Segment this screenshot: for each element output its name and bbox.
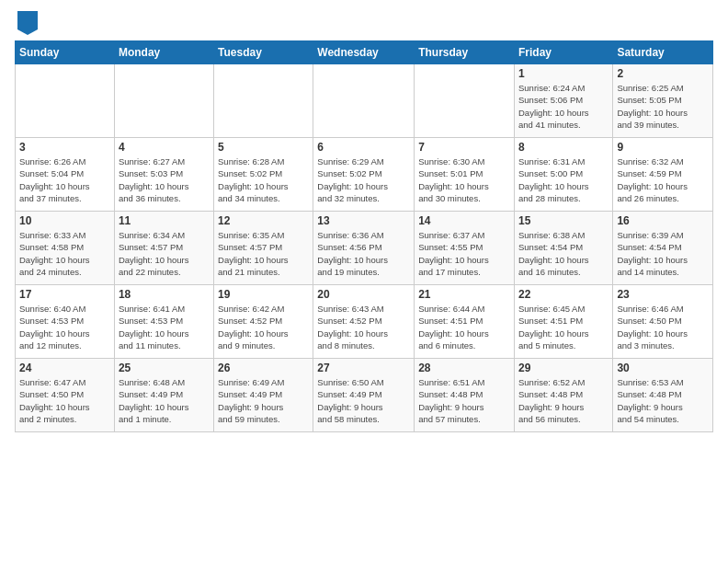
day-number: 24: [19, 362, 110, 374]
day-info: Sunrise: 6:51 AM Sunset: 4:48 PM Dayligh…: [418, 376, 510, 425]
calendar-day-1: 1Sunrise: 6:24 AM Sunset: 5:06 PM Daylig…: [514, 64, 612, 138]
calendar-day-26: 26Sunrise: 6:49 AM Sunset: 4:49 PM Dayli…: [214, 359, 313, 432]
calendar-day-9: 9Sunrise: 6:32 AM Sunset: 4:59 PM Daylig…: [613, 138, 713, 212]
day-number: 23: [617, 288, 709, 301]
day-info: Sunrise: 6:31 AM Sunset: 5:00 PM Dayligh…: [518, 155, 609, 204]
day-number: 21: [418, 288, 510, 301]
day-info: Sunrise: 6:52 AM Sunset: 4:48 PM Dayligh…: [518, 376, 609, 425]
day-number: 5: [218, 141, 309, 154]
day-number: 2: [617, 67, 709, 80]
day-info: Sunrise: 6:28 AM Sunset: 5:02 PM Dayligh…: [218, 155, 309, 204]
day-number: 6: [317, 141, 410, 154]
calendar-day-12: 12Sunrise: 6:35 AM Sunset: 4:57 PM Dayli…: [214, 212, 313, 285]
day-number: 11: [119, 214, 210, 227]
day-info: Sunrise: 6:49 AM Sunset: 4:49 PM Dayligh…: [218, 376, 309, 425]
calendar-header-row: SundayMondayTuesdayWednesdayThursdayFrid…: [16, 41, 713, 64]
day-number: 8: [518, 141, 609, 154]
day-info: Sunrise: 6:30 AM Sunset: 5:01 PM Dayligh…: [418, 155, 510, 204]
calendar-day-8: 8Sunrise: 6:31 AM Sunset: 5:00 PM Daylig…: [514, 138, 612, 212]
calendar-empty-cell: [16, 64, 115, 138]
day-number: 16: [617, 214, 709, 227]
calendar-week-row: 1Sunrise: 6:24 AM Sunset: 5:06 PM Daylig…: [16, 64, 713, 138]
calendar-week-row: 10Sunrise: 6:33 AM Sunset: 4:58 PM Dayli…: [16, 212, 713, 285]
weekday-header-wednesday: Wednesday: [313, 41, 415, 64]
day-info: Sunrise: 6:39 AM Sunset: 4:54 PM Dayligh…: [617, 229, 709, 278]
day-info: Sunrise: 6:37 AM Sunset: 4:55 PM Dayligh…: [418, 229, 510, 278]
calendar-day-27: 27Sunrise: 6:50 AM Sunset: 4:49 PM Dayli…: [313, 359, 415, 432]
day-number: 28: [418, 362, 510, 374]
day-number: 25: [119, 362, 210, 374]
logo: [15, 11, 38, 35]
day-info: Sunrise: 6:42 AM Sunset: 4:52 PM Dayligh…: [218, 303, 309, 351]
day-info: Sunrise: 6:38 AM Sunset: 4:54 PM Dayligh…: [518, 229, 609, 278]
calendar-day-7: 7Sunrise: 6:30 AM Sunset: 5:01 PM Daylig…: [415, 138, 515, 212]
calendar-day-14: 14Sunrise: 6:37 AM Sunset: 4:55 PM Dayli…: [415, 212, 515, 285]
day-number: 1: [518, 67, 609, 80]
weekday-header-thursday: Thursday: [415, 41, 515, 64]
calendar-day-21: 21Sunrise: 6:44 AM Sunset: 4:51 PM Dayli…: [415, 285, 515, 359]
day-number: 18: [119, 288, 210, 301]
day-number: 27: [317, 362, 410, 374]
weekday-header-sunday: Sunday: [16, 41, 115, 64]
day-info: Sunrise: 6:26 AM Sunset: 5:04 PM Dayligh…: [19, 155, 110, 204]
calendar-day-20: 20Sunrise: 6:43 AM Sunset: 4:52 PM Dayli…: [313, 285, 415, 359]
day-info: Sunrise: 6:53 AM Sunset: 4:48 PM Dayligh…: [617, 376, 709, 425]
calendar-day-17: 17Sunrise: 6:40 AM Sunset: 4:53 PM Dayli…: [16, 285, 115, 359]
day-info: Sunrise: 6:48 AM Sunset: 4:49 PM Dayligh…: [119, 376, 210, 425]
day-info: Sunrise: 6:35 AM Sunset: 4:57 PM Dayligh…: [218, 229, 309, 278]
day-info: Sunrise: 6:43 AM Sunset: 4:52 PM Dayligh…: [317, 303, 410, 351]
calendar-empty-cell: [114, 64, 213, 138]
calendar-day-23: 23Sunrise: 6:46 AM Sunset: 4:50 PM Dayli…: [613, 285, 713, 359]
calendar-day-29: 29Sunrise: 6:52 AM Sunset: 4:48 PM Dayli…: [514, 359, 612, 432]
day-number: 10: [19, 214, 110, 227]
day-info: Sunrise: 6:33 AM Sunset: 4:58 PM Dayligh…: [19, 229, 110, 278]
calendar-day-3: 3Sunrise: 6:26 AM Sunset: 5:04 PM Daylig…: [16, 138, 115, 212]
calendar-day-24: 24Sunrise: 6:47 AM Sunset: 4:50 PM Dayli…: [16, 359, 115, 432]
page-container: SundayMondayTuesdayWednesdayThursdayFrid…: [0, 0, 728, 443]
day-number: 17: [19, 288, 110, 301]
calendar-day-25: 25Sunrise: 6:48 AM Sunset: 4:49 PM Dayli…: [114, 359, 213, 432]
day-number: 19: [218, 288, 309, 301]
day-info: Sunrise: 6:46 AM Sunset: 4:50 PM Dayligh…: [617, 303, 709, 351]
day-number: 3: [19, 141, 110, 154]
day-info: Sunrise: 6:45 AM Sunset: 4:51 PM Dayligh…: [518, 303, 609, 351]
calendar-day-30: 30Sunrise: 6:53 AM Sunset: 4:48 PM Dayli…: [613, 359, 713, 432]
day-info: Sunrise: 6:25 AM Sunset: 5:05 PM Dayligh…: [617, 82, 709, 131]
svg-marker-0: [17, 11, 38, 35]
day-info: Sunrise: 6:34 AM Sunset: 4:57 PM Dayligh…: [119, 229, 210, 278]
calendar-day-2: 2Sunrise: 6:25 AM Sunset: 5:05 PM Daylig…: [613, 64, 713, 138]
day-number: 9: [617, 141, 709, 154]
weekday-header-monday: Monday: [114, 41, 213, 64]
calendar-day-19: 19Sunrise: 6:42 AM Sunset: 4:52 PM Dayli…: [214, 285, 313, 359]
calendar-week-row: 17Sunrise: 6:40 AM Sunset: 4:53 PM Dayli…: [16, 285, 713, 359]
calendar-empty-cell: [214, 64, 313, 138]
day-number: 30: [617, 362, 709, 374]
calendar-day-16: 16Sunrise: 6:39 AM Sunset: 4:54 PM Dayli…: [613, 212, 713, 285]
day-info: Sunrise: 6:27 AM Sunset: 5:03 PM Dayligh…: [119, 155, 210, 204]
day-info: Sunrise: 6:41 AM Sunset: 4:53 PM Dayligh…: [119, 303, 210, 351]
header: [15, 11, 713, 35]
day-number: 13: [317, 214, 410, 227]
day-info: Sunrise: 6:29 AM Sunset: 5:02 PM Dayligh…: [317, 155, 410, 204]
logo-icon: [17, 11, 38, 35]
calendar-day-18: 18Sunrise: 6:41 AM Sunset: 4:53 PM Dayli…: [114, 285, 213, 359]
day-info: Sunrise: 6:36 AM Sunset: 4:56 PM Dayligh…: [317, 229, 410, 278]
day-info: Sunrise: 6:44 AM Sunset: 4:51 PM Dayligh…: [418, 303, 510, 351]
day-number: 22: [518, 288, 609, 301]
day-info: Sunrise: 6:47 AM Sunset: 4:50 PM Dayligh…: [19, 376, 110, 425]
calendar-day-13: 13Sunrise: 6:36 AM Sunset: 4:56 PM Dayli…: [313, 212, 415, 285]
day-number: 26: [218, 362, 309, 374]
calendar-day-15: 15Sunrise: 6:38 AM Sunset: 4:54 PM Dayli…: [514, 212, 612, 285]
day-number: 20: [317, 288, 410, 301]
calendar-table: SundayMondayTuesdayWednesdayThursdayFrid…: [15, 40, 713, 432]
day-info: Sunrise: 6:50 AM Sunset: 4:49 PM Dayligh…: [317, 376, 410, 425]
calendar-day-6: 6Sunrise: 6:29 AM Sunset: 5:02 PM Daylig…: [313, 138, 415, 212]
day-info: Sunrise: 6:40 AM Sunset: 4:53 PM Dayligh…: [19, 303, 110, 351]
calendar-week-row: 24Sunrise: 6:47 AM Sunset: 4:50 PM Dayli…: [16, 359, 713, 432]
calendar-day-11: 11Sunrise: 6:34 AM Sunset: 4:57 PM Dayli…: [114, 212, 213, 285]
day-number: 29: [518, 362, 609, 374]
weekday-header-friday: Friday: [514, 41, 612, 64]
calendar-day-10: 10Sunrise: 6:33 AM Sunset: 4:58 PM Dayli…: [16, 212, 115, 285]
day-number: 15: [518, 214, 609, 227]
weekday-header-saturday: Saturday: [613, 41, 713, 64]
